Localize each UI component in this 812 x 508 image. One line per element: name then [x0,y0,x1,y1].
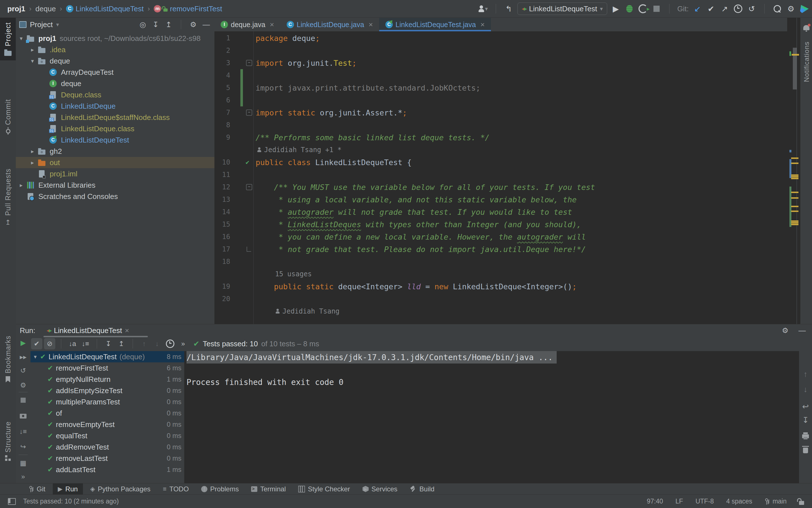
status-widget-indent-style[interactable]: 4 spaces [726,498,752,505]
close-icon[interactable]: × [369,20,373,29]
run-test-gutter-icon[interactable] [244,159,251,166]
thread-dump-button[interactable] [16,412,31,420]
tree-item-Scratches and Consoles[interactable]: Scratches and Consoles [16,191,215,202]
test-options-button[interactable]: ↓≡ [16,428,31,435]
git-rollback-button[interactable]: ↺ [747,3,756,14]
breadcrumb-item-proj1[interactable]: proj1 [7,4,26,13]
sidebar-item-project[interactable]: Project [0,18,16,60]
next-failed-button[interactable]: ↓ [151,338,163,349]
previous-failed-button[interactable]: ↑ [139,338,150,349]
tool-window-button-services[interactable]: ▸Services [357,483,403,495]
tool-window-button-todo[interactable]: ≡TODO [158,483,194,495]
hide-panel-button[interactable]: — [201,20,211,29]
status-widget-file-encoding[interactable]: UTF-8 [695,498,714,505]
more-tool-actions-button[interactable]: » [16,473,31,481]
stop-process-button[interactable] [16,396,31,405]
more-actions-button[interactable]: » [177,338,189,349]
tree-chevron-icon[interactable]: ▸ [17,182,26,188]
tree-item-LinkedListDequeTest[interactable]: CLinkedListDequeTest [16,134,215,145]
test-result-addRemoveTest[interactable]: ✔addRemoveTest0 ms [31,441,184,453]
test-history-button[interactable] [165,338,176,349]
test-result-addIsEmptySizeTest[interactable]: ✔addIsEmptySizeTest0 ms [31,385,184,396]
file-lock-icon[interactable] [799,501,804,505]
git-push-button[interactable]: ↗ [720,3,729,14]
test-result-emptyNullReturn[interactable]: ✔emptyNullReturn1 ms [31,374,184,385]
code-editor[interactable]: 1package deque;23import org.junit.Test;4… [215,31,787,324]
fold-icon[interactable] [246,184,252,190]
test-result-addLastTest[interactable]: ✔addLastTest1 ms [31,464,184,475]
run-tab[interactable]: ◂▸ LinkedListDequeTest × [47,326,129,335]
tree-item-LinkedListDeque.class[interactable]: LinkedListDeque.class [16,123,215,134]
test-result-of[interactable]: ✔of0 ms [31,408,184,419]
toggle-auto-test-button[interactable]: ↺ [16,367,31,375]
clear-console-button[interactable] [799,446,812,455]
chevron-down-icon[interactable]: ▾ [56,21,59,28]
tree-item-LinkedListDeque$staffNode.class[interactable]: LinkedListDeque$staffNode.class [16,112,215,123]
tree-item-Deque.class[interactable]: Deque.class [16,89,215,100]
scroll-to-end-button[interactable]: ↧ [799,415,812,425]
next-occurrence-button[interactable]: ↓ [799,385,812,394]
tool-window-button-git[interactable]: Git [24,483,50,495]
user-menu-button[interactable]: ▾ [478,3,488,14]
rerun-tests-button[interactable]: ▶ [16,339,31,347]
ide-logo-button[interactable] [800,3,809,14]
rerun-failed-tests-button[interactable]: ▸▸ [16,353,31,361]
close-icon[interactable]: × [481,20,485,29]
fold-end-icon[interactable] [246,247,251,252]
expand-all-button[interactable]: ↧ [103,338,114,349]
sort-by-duration-button[interactable]: ↓≡ [80,338,91,349]
project-panel-title[interactable]: Project [30,20,53,29]
layout-icon[interactable] [8,498,16,505]
test-result-LinkedListDequeTest[interactable]: ▾✔LinkedListDequeTest(deque)8 ms [31,351,184,363]
sidebar-item-bookmarks[interactable]: Bookmarks [0,331,16,387]
print-button[interactable] [799,431,812,440]
test-result-equalTest[interactable]: ✔equalTest0 ms [31,430,184,441]
tree-chevron-icon[interactable]: ▾ [17,35,26,42]
tool-window-button-build[interactable]: Build [405,483,440,495]
tool-window-button-python-packages[interactable]: ◈Python Packages [85,483,156,495]
fold-icon[interactable] [246,110,252,116]
tree-item-ArrayDequeTest[interactable]: CArrayDequeTest [16,67,215,78]
tool-window-button-style-checker[interactable]: Style Checker [293,483,355,495]
breadcrumb-item-deque[interactable]: deque [36,4,56,13]
tree-item-External Libraries[interactable]: ▸External Libraries [16,179,215,191]
run-button[interactable]: ▶ [611,3,621,14]
sidebar-item-pull-requests[interactable]: Pull Requests↥ [0,164,16,231]
breadcrumb-item-removeFirstTest[interactable]: mremoveFirstTest [154,4,222,13]
close-icon[interactable]: × [125,326,129,335]
status-widget-line-separator[interactable]: LF [675,498,683,505]
test-result-removeEmptyTest[interactable]: ✔removeEmptyTest0 ms [31,419,184,430]
sort-alphabetically-button[interactable]: ↓a [67,338,78,349]
locate-file-button[interactable]: ◎ [138,20,147,29]
tree-item-.idea[interactable]: ▸.idea [16,44,215,55]
notifications-button[interactable] [803,25,809,31]
tree-chevron-icon[interactable]: ▾ [28,57,37,65]
notifications-label[interactable]: Notifications [803,41,811,82]
soft-wrap-button[interactable]: ↩ [799,402,812,411]
project-settings-button[interactable]: ⚙ [188,20,198,29]
status-message[interactable]: Tests passed: 10 (2 minutes ago) [23,498,119,505]
editor-tab-LinkedListDeque.java[interactable]: CLinkedListDeque.java× [280,18,379,31]
run-settings-button[interactable]: ⚙ [780,326,790,335]
status-widget-caret-position[interactable]: 97:40 [647,498,663,505]
tree-chevron-icon[interactable]: ▸ [28,159,37,166]
debug-button[interactable] [625,3,634,14]
test-result-removeFirstTest[interactable]: ✔removeFirstTest6 ms [31,363,184,374]
status-widget-git-branch[interactable]: main [765,498,786,505]
tree-item-proj1[interactable]: ▾proj1sources root, ~/Downloads/cs61b/su… [16,33,215,44]
git-history-button[interactable] [733,3,743,14]
editor-scroll-stripe[interactable] [787,18,800,324]
git-commit-button[interactable]: ✔ [706,3,716,14]
build-project-button[interactable]: ↰ [504,3,513,14]
coverage-button[interactable] [638,3,648,14]
tree-item-deque[interactable]: Ideque [16,78,215,89]
show-ignored-toggle[interactable]: ⊘ [44,338,55,349]
tool-window-button-terminal[interactable]: Terminal [246,483,291,495]
restore-layout-button[interactable]: ▦ [16,459,31,467]
sidebar-item-commit[interactable]: Commit [0,94,16,138]
tree-chevron-icon[interactable]: ▾ [31,353,40,360]
tree-item-gh2[interactable]: ▸gh2 [16,145,215,157]
navigate-with-single-click-button[interactable]: ↪ [16,443,31,451]
tree-chevron-icon[interactable]: ▸ [28,46,37,53]
tree-item-proj1.iml[interactable]: proj1.iml [16,168,215,179]
